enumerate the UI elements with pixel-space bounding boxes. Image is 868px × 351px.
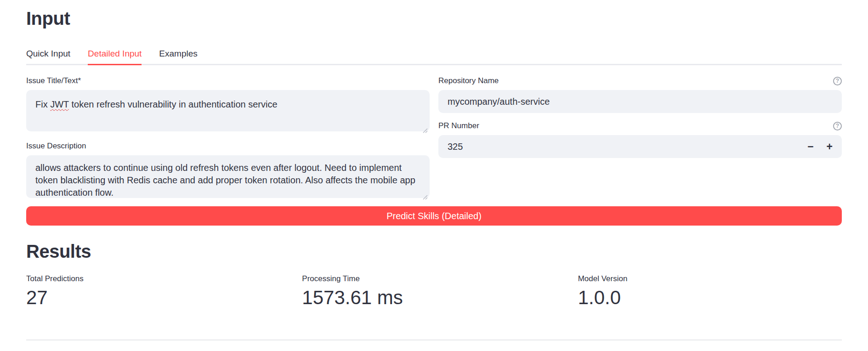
repository-name-label: Repository Name xyxy=(438,76,499,85)
form-column-left: Issue Title/Text* Fix JWT token refresh … xyxy=(26,76,430,198)
form-column-right: Repository Name ? mycompany/auth-service… xyxy=(438,76,842,198)
issue-title-field: Issue Title/Text* Fix JWT token refresh … xyxy=(26,76,430,131)
issue-description-label: Issue Description xyxy=(26,142,86,151)
metric-value: 1573.61 ms xyxy=(302,287,566,308)
resize-handle-icon[interactable] xyxy=(422,191,428,196)
issue-title-textarea[interactable]: Fix JWT token refresh vulnerability in a… xyxy=(26,90,430,131)
help-icon[interactable]: ? xyxy=(833,122,842,130)
issue-title-label-row: Issue Title/Text* xyxy=(26,76,430,85)
repository-name-value: mycompany/auth-service xyxy=(448,96,550,107)
metric-label: Total Predictions xyxy=(26,274,290,283)
form-grid: Issue Title/Text* Fix JWT token refresh … xyxy=(26,76,842,198)
resize-handle-icon[interactable] xyxy=(422,124,428,130)
spellcheck-underline: JWT xyxy=(50,99,69,109)
issue-title-text: Fix JWT token refresh vulnerability in a… xyxy=(35,99,278,109)
tab-quick-input[interactable]: Quick Input xyxy=(26,49,70,65)
pr-number-input[interactable]: 325 − + xyxy=(438,135,842,158)
decrement-button[interactable]: − xyxy=(807,142,813,152)
tab-bar: Quick Input Detailed Input Examples xyxy=(26,49,842,65)
pr-number-value: 325 xyxy=(448,142,807,152)
tab-detailed-input[interactable]: Detailed Input xyxy=(88,49,142,65)
issue-title-label: Issue Title/Text* xyxy=(26,76,81,85)
pr-number-field: PR Number ? 325 − + xyxy=(438,121,842,158)
metric-total-predictions: Total Predictions 27 xyxy=(26,274,290,308)
metrics-row: Total Predictions 27 Processing Time 157… xyxy=(26,274,842,308)
section-divider xyxy=(26,340,842,340)
metric-model-version: Model Version 1.0.0 xyxy=(578,274,842,308)
issue-description-label-row: Issue Description xyxy=(26,142,430,151)
pr-number-label-row: PR Number ? xyxy=(438,121,842,130)
tab-examples[interactable]: Examples xyxy=(159,49,197,65)
issue-description-field: Issue Description allows attackers to co… xyxy=(26,142,430,198)
help-icon[interactable]: ? xyxy=(833,77,842,85)
results-section-title: Results xyxy=(26,240,842,262)
pr-number-label: PR Number xyxy=(438,121,479,130)
input-section-title: Input xyxy=(26,0,842,29)
metric-processing-time: Processing Time 1573.61 ms xyxy=(302,274,566,308)
issue-description-text: allows attackers to continue using old r… xyxy=(35,163,415,198)
repository-name-input[interactable]: mycompany/auth-service xyxy=(438,90,842,113)
increment-button[interactable]: + xyxy=(827,142,833,152)
issue-description-textarea[interactable]: allows attackers to continue using old r… xyxy=(26,155,430,198)
metric-label: Processing Time xyxy=(302,274,566,283)
page-container: Input Quick Input Detailed Input Example… xyxy=(26,0,842,340)
predict-skills-button[interactable]: Predict Skills (Detailed) xyxy=(26,206,842,226)
repository-name-label-row: Repository Name ? xyxy=(438,76,842,85)
metric-label: Model Version xyxy=(578,274,842,283)
repository-name-field: Repository Name ? mycompany/auth-service xyxy=(438,76,842,113)
metric-value: 1.0.0 xyxy=(578,287,842,308)
metric-value: 27 xyxy=(26,287,290,308)
